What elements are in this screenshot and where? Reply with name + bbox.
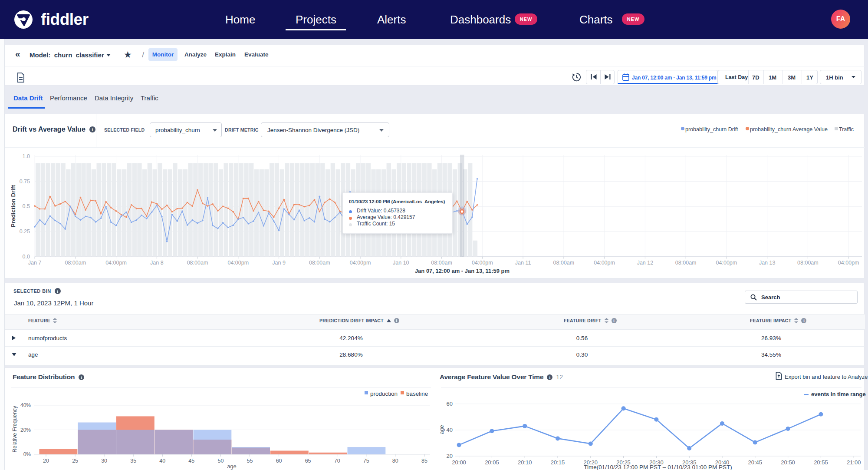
svg-text:08:00am: 08:00am (675, 260, 697, 266)
svg-text:0.5: 0.5 (23, 203, 30, 209)
svg-text:Jan 11: Jan 11 (515, 260, 531, 266)
svg-text:20:10: 20:10 (518, 459, 532, 466)
svg-text:Jan 13: Jan 13 (759, 260, 776, 266)
svg-text:Jan 8: Jan 8 (150, 260, 164, 266)
svg-text:1.0: 1.0 (23, 153, 30, 159)
svg-text:20: 20 (447, 453, 453, 459)
svg-text:20:05: 20:05 (485, 459, 499, 466)
svg-text:20:15: 20:15 (551, 459, 565, 466)
svg-text:0.0: 0.0 (23, 254, 30, 260)
svg-text:0.75: 0.75 (20, 179, 30, 185)
svg-text:04:00pm: 04:00pm (594, 260, 615, 266)
svg-text:Time(01/10/23 12:00 PM PST – 0: Time(01/10/23 12:00 PM PST – 01/10/23 01… (584, 464, 732, 470)
svg-text:20:00: 20:00 (452, 459, 466, 466)
svg-text:0.25: 0.25 (20, 228, 30, 235)
svg-text:Jan 12: Jan 12 (637, 260, 654, 266)
svg-text:20:50: 20:50 (781, 459, 795, 466)
svg-text:08:00am: 08:00am (309, 260, 330, 266)
svg-text:04:00pm: 04:00pm (838, 260, 859, 266)
svg-text:60: 60 (447, 400, 453, 407)
svg-text:08:00am: 08:00am (65, 260, 86, 266)
svg-text:Jan 7: Jan 7 (28, 260, 42, 266)
svg-text:08:00am: 08:00am (553, 260, 575, 266)
svg-text:04:00pm: 04:00pm (105, 260, 127, 266)
svg-text:20:45: 20:45 (748, 459, 763, 466)
svg-text:age: age (439, 425, 445, 434)
svg-text:04:00pm: 04:00pm (350, 260, 371, 266)
svg-text:04:00pm: 04:00pm (716, 260, 737, 266)
svg-text:20:55: 20:55 (814, 459, 828, 466)
svg-text:08:00am: 08:00am (797, 260, 819, 266)
svg-text:08:00am: 08:00am (431, 260, 452, 266)
svg-text:40: 40 (447, 427, 453, 433)
svg-text:04:00pm: 04:00pm (227, 260, 249, 266)
svg-text:Jan 9: Jan 9 (272, 260, 286, 266)
svg-text:08:00am: 08:00am (187, 260, 208, 266)
svg-text:04:00pm: 04:00pm (472, 260, 493, 266)
svg-text:Jan 10: Jan 10 (393, 260, 409, 266)
svg-text:21:00: 21:00 (847, 459, 861, 466)
